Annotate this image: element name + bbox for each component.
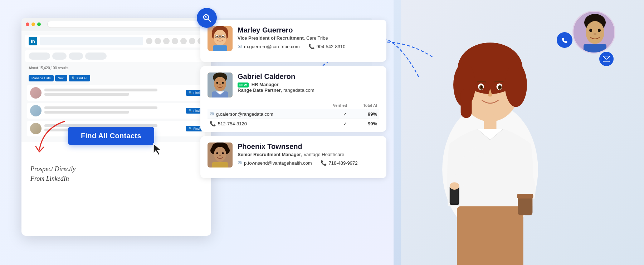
action-buttons-row: Manage Lists Next 🔍 Find All — [25, 74, 208, 83]
avatar-marley — [208, 26, 233, 51]
svg-point-37 — [586, 21, 604, 44]
col-verified-header: Verified — [319, 102, 349, 109]
card-header-gabriel: Gabriel Calderon NEW HR Manager Range Da… — [208, 72, 379, 98]
svg-point-12 — [222, 36, 224, 38]
contact-info — [44, 106, 186, 115]
email-item-marley: ✉ m.guerrero@caretribe.com — [238, 44, 300, 49]
svg-point-32 — [219, 155, 221, 156]
browser-addressbar — [47, 21, 207, 28]
filter-chip-3 — [69, 52, 83, 60]
phone-cell: 📞 512-754-3120 — [208, 119, 319, 129]
col-ai-header: Total AI — [349, 102, 379, 109]
svg-point-54 — [499, 86, 501, 88]
svg-point-22 — [222, 82, 224, 84]
next-button[interactable]: Next — [55, 75, 68, 81]
filter-chip-2 — [52, 52, 67, 60]
phone-icon-phoenix: 📞 — [321, 160, 327, 166]
dot-yellow — [31, 22, 35, 26]
svg-rect-41 — [584, 44, 606, 54]
browser-titlebar — [21, 18, 211, 31]
table-header-row: Verified Total AI — [208, 102, 379, 109]
svg-point-11 — [216, 36, 218, 38]
email-verified-cell: ✓ — [319, 109, 349, 119]
phone-item-marley: 📞 904-542-8310 — [308, 44, 346, 49]
svg-point-39 — [598, 29, 601, 32]
woman-figure — [411, 15, 569, 265]
svg-point-30 — [216, 152, 218, 154]
card-name-area-gabriel: Gabriel Calderon NEW HR Manager Range Da… — [238, 72, 314, 96]
svg-point-47 — [505, 63, 527, 107]
phone-ai-cell: 99% — [349, 119, 379, 129]
svg-line-1 — [208, 19, 210, 21]
nav-dot-3 — [163, 38, 170, 44]
svg-rect-17 — [213, 45, 227, 51]
avatar-gabriel — [208, 72, 233, 98]
nav-dot-5 — [180, 38, 187, 44]
contact-line-title — [44, 93, 129, 96]
svg-rect-43 — [457, 206, 523, 265]
card-contacts-marley: ✉ m.guerrero@caretribe.com 📞 904-542-831… — [238, 44, 346, 49]
linkedin-nav — [146, 38, 204, 44]
phone-icon-gabriel: 📞 — [210, 121, 216, 126]
svg-rect-57 — [517, 194, 533, 198]
list-item: 🔍 Find — [27, 103, 205, 119]
contact-title-marley: Vice President of Recruitment, Care Trib… — [238, 35, 346, 41]
phone-item-phoenix: 📞 718-489-9972 — [321, 160, 358, 166]
list-item: 🔍 Find — [27, 85, 205, 101]
main-container: in — [0, 0, 644, 265]
card-header-marley: Marley Guerrero Vice President of Recrui… — [208, 26, 379, 51]
floating-search-icon — [197, 8, 217, 28]
svg-point-21 — [216, 82, 218, 84]
float-email-icon — [599, 52, 614, 66]
email-icon-marley: ✉ — [238, 44, 242, 49]
right-photo-area — [401, 0, 644, 265]
svg-rect-33 — [212, 162, 228, 168]
contact-info — [44, 89, 186, 97]
handwritten-text: Prospect Directly From LinkedIn — [30, 164, 75, 184]
filter-bar — [25, 50, 208, 62]
card-header-phoenix: Phoenix Townsend Senior Recruitment Mana… — [208, 142, 379, 168]
contact-card-gabriel: Gabriel Calderon NEW HR Manager Range Da… — [200, 66, 386, 132]
svg-point-29 — [214, 147, 226, 162]
svg-point-3 — [205, 16, 206, 17]
float-phone-icon — [557, 32, 572, 48]
table-row-phone: 📞 512-754-3120 ✓ 99% — [208, 119, 379, 129]
contact-name-phoenix: Phoenix Townsend — [238, 142, 358, 151]
avatar-placeholder — [30, 87, 42, 99]
find-all-contacts-button[interactable]: Find All Contacts — [68, 127, 154, 145]
contact-title-phoenix: Senior Recruitment Manager, Vantage Heal… — [238, 152, 358, 157]
nav-dot-2 — [155, 38, 161, 44]
nav-dot-6 — [189, 38, 195, 44]
contact-name-gabriel: Gabriel Calderon — [238, 72, 314, 81]
svg-point-23 — [219, 84, 221, 85]
contact-line-name — [44, 89, 157, 91]
svg-point-31 — [222, 152, 224, 154]
linkedin-search-bar — [40, 37, 143, 45]
phone-verified-cell: ✓ — [319, 119, 349, 129]
card-contacts-phoenix: ✉ p.townsend@vantagehealth.com 📞 718-489… — [238, 160, 358, 166]
contact-card-marley: Marley Guerrero Vice President of Recrui… — [200, 20, 386, 62]
contact-details-table: Verified Total AI ✉ g.calerson@rangedata… — [208, 102, 379, 128]
contact-name-marley: Marley Guerrero — [238, 26, 346, 34]
cursor-icon — [152, 143, 162, 156]
svg-point-38 — [589, 29, 592, 32]
nav-dot-1 — [146, 38, 152, 44]
results-bar: About 15,420,100 results — [25, 65, 208, 71]
contact-line-title — [44, 111, 129, 114]
find-all-button-container: Find All Contacts — [68, 127, 154, 145]
find-all-small-button[interactable]: 🔍 Find All — [69, 75, 90, 81]
cards-panel: Marley Guerrero Vice President of Recrui… — [200, 20, 386, 178]
svg-point-40 — [594, 33, 596, 35]
phone-icon-marley: 📞 — [308, 44, 314, 49]
email-cell: ✉ g.calerson@rangedata.com — [208, 109, 319, 119]
table-row-email: ✉ g.calerson@rangedata.com ✓ 99% — [208, 109, 379, 119]
card-name-area-phoenix: Phoenix Townsend Senior Recruitment Mana… — [238, 142, 358, 166]
card-name-area-marley: Marley Guerrero Vice President of Recrui… — [238, 26, 346, 49]
svg-rect-48 — [461, 89, 472, 118]
email-icon-gabriel: ✉ — [210, 111, 214, 117]
manage-lists-button[interactable]: Manage Lists — [29, 75, 54, 81]
red-annotation-arrow — [32, 118, 72, 161]
svg-point-53 — [481, 86, 482, 88]
svg-point-16 — [219, 38, 221, 39]
col-contact-header — [208, 102, 319, 109]
